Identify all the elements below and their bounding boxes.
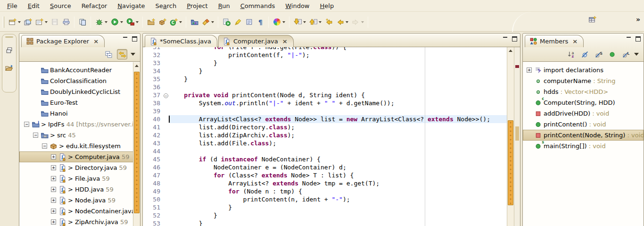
- line-number[interactable]: 53: [149, 219, 163, 226]
- tree-item[interactable]: +J> HDD.java 59: [19, 184, 140, 195]
- minimize-button[interactable]: [626, 36, 632, 42]
- expander-toggle[interactable]: +: [51, 187, 56, 192]
- dropdown-arrow-icon[interactable]: [361, 21, 364, 23]
- line-number[interactable]: 45: [149, 155, 163, 163]
- member-item[interactable]: cComputer(String, HDD): [523, 97, 644, 108]
- tree-item[interactable]: +J> Node.java 59: [19, 195, 140, 206]
- scrollbar-thumb[interactable]: [508, 120, 513, 205]
- show-public-members-button[interactable]: [607, 49, 617, 59]
- line-number[interactable]: 43: [149, 139, 163, 147]
- tab-members[interactable]: Members ×: [525, 35, 584, 47]
- editor-code-area[interactable]: 31for (File f : hdd.get(File.class)) {32…: [143, 47, 507, 226]
- expander-toggle[interactable]: −: [24, 122, 29, 127]
- color-palette-button[interactable]: [271, 17, 287, 28]
- new-view-button[interactable]: [33, 17, 49, 28]
- new-class-button[interactable]: C: [168, 17, 183, 28]
- open-resource-button[interactable]: [77, 17, 88, 28]
- sort-button[interactable]: az: [566, 49, 576, 59]
- show-selected-element-button[interactable]: [243, 17, 255, 28]
- line-number[interactable]: 41: [149, 123, 163, 131]
- dropdown-arrow-icon[interactable]: [346, 21, 348, 23]
- external-tools-button[interactable]: [124, 17, 140, 28]
- restore-view-button[interactable]: [4, 44, 15, 56]
- next-annotation-button[interactable]: [292, 17, 307, 28]
- expander-toggle[interactable]: +: [51, 165, 56, 170]
- member-item[interactable]: printContent() : void: [523, 119, 644, 130]
- hide-fields-button[interactable]: [579, 49, 590, 59]
- menu-source[interactable]: Source: [45, 1, 76, 10]
- debug-button[interactable]: [93, 17, 109, 28]
- dropdown-arrow-icon[interactable]: [18, 21, 21, 23]
- java-fast-view-button[interactable]: [4, 62, 15, 74]
- close-icon[interactable]: ×: [93, 38, 99, 45]
- last-edit-location-button[interactable]: [323, 17, 334, 28]
- back-button[interactable]: [334, 17, 350, 28]
- dropdown-arrow-icon[interactable]: [136, 21, 139, 23]
- dropdown-arrow-icon[interactable]: [45, 21, 48, 23]
- expander-toggle[interactable]: +: [51, 219, 56, 225]
- close-icon[interactable]: ×: [282, 38, 288, 45]
- member-item[interactable]: addDrive(HDD) : void: [523, 108, 644, 119]
- tree-item[interactable]: −> src 45: [19, 130, 140, 141]
- toolbar-overflow-chevron-icon[interactable]: »: [636, 16, 640, 23]
- dropdown-arrow-icon[interactable]: [105, 21, 107, 23]
- dropdown-arrow-icon[interactable]: [120, 21, 123, 23]
- line-number[interactable]: 47: [149, 171, 163, 179]
- minimize-button[interactable]: [502, 36, 508, 42]
- tree-item[interactable]: +J> NodeContainer.java: [19, 206, 140, 217]
- tree-item[interactable]: +J> Computer.java 59: [19, 151, 140, 162]
- tree-item[interactable]: BankAccountReader: [19, 65, 140, 75]
- tab-package-explorer[interactable]: Package Explorer ×: [21, 35, 105, 47]
- menu-navigate[interactable]: Navigate: [112, 1, 150, 10]
- dropdown-arrow-icon[interactable]: [179, 21, 182, 23]
- overview-annotation-mark[interactable]: [515, 126, 519, 141]
- line-number[interactable]: 37: [149, 91, 163, 99]
- tree-item[interactable]: DoublyLinkedCyclicList: [19, 86, 140, 97]
- line-number[interactable]: 32: [149, 51, 163, 59]
- package-explorer-tree[interactable]: BankAccountReaderColorClassificationDoub…: [19, 62, 140, 226]
- expander-toggle[interactable]: +: [51, 176, 56, 181]
- new-java-project-button[interactable]: [145, 17, 157, 28]
- dropdown-arrow-icon[interactable]: [211, 21, 214, 23]
- expander-toggle[interactable]: +: [51, 198, 56, 203]
- view-menu-icon[interactable]: [131, 53, 135, 56]
- line-number[interactable]: 35: [149, 75, 163, 83]
- member-item[interactable]: hdds : Vector<HDD>: [523, 86, 644, 97]
- line-number[interactable]: 39: [149, 107, 163, 115]
- scroll-up-icon[interactable]: [507, 47, 514, 54]
- overview-annotation-mark[interactable]: [515, 65, 519, 68]
- menu-edit[interactable]: Edit: [23, 1, 45, 10]
- member-item[interactable]: computerName : String: [523, 75, 644, 86]
- expander-toggle[interactable]: −: [42, 143, 47, 149]
- show-whitespace-button[interactable]: ¶: [255, 17, 266, 28]
- expander-toggle[interactable]: −: [33, 133, 38, 138]
- line-number[interactable]: 40: [149, 115, 163, 123]
- collapse-marker-icon[interactable]: −: [164, 93, 168, 98]
- previous-annotation-button[interactable]: [307, 17, 323, 28]
- hide-static-members-button[interactable]: S: [593, 49, 603, 59]
- new-wizard-button[interactable]: [7, 17, 22, 28]
- scrollbar-thumb[interactable]: [134, 72, 140, 213]
- overview-ruler[interactable]: [514, 47, 520, 226]
- tab-computer-java[interactable]: J Computer.java ×: [218, 35, 294, 47]
- expander-toggle[interactable]: +: [527, 67, 532, 73]
- maximize-button[interactable]: [635, 36, 641, 42]
- view-menu-icon[interactable]: [634, 53, 639, 56]
- tree-item[interactable]: +J> File.java 59: [19, 173, 140, 184]
- print-button[interactable]: [60, 17, 72, 28]
- line-number[interactable]: 42: [149, 131, 163, 139]
- line-number[interactable]: 31: [149, 47, 163, 51]
- hide-local-types-button[interactable]: L: [620, 49, 631, 59]
- toolbar-handle[interactable]: [3, 17, 4, 28]
- line-number[interactable]: 33: [149, 59, 163, 67]
- fast-view-handle[interactable]: [5, 36, 13, 38]
- open-new-view-button[interactable]: [587, 14, 598, 25]
- menu-help[interactable]: Help: [315, 1, 339, 10]
- menu-refactor[interactable]: Refactor: [76, 1, 113, 10]
- member-item[interactable]: +import declarations: [523, 65, 644, 75]
- tree-item[interactable]: +J> ZipArchiv.java 59: [19, 217, 140, 226]
- line-number[interactable]: 49: [149, 187, 163, 195]
- toggle-mark-occurrences-button[interactable]: [232, 17, 243, 28]
- package-explorer-scrollbar[interactable]: [133, 62, 140, 226]
- line-number[interactable]: 44: [149, 147, 163, 155]
